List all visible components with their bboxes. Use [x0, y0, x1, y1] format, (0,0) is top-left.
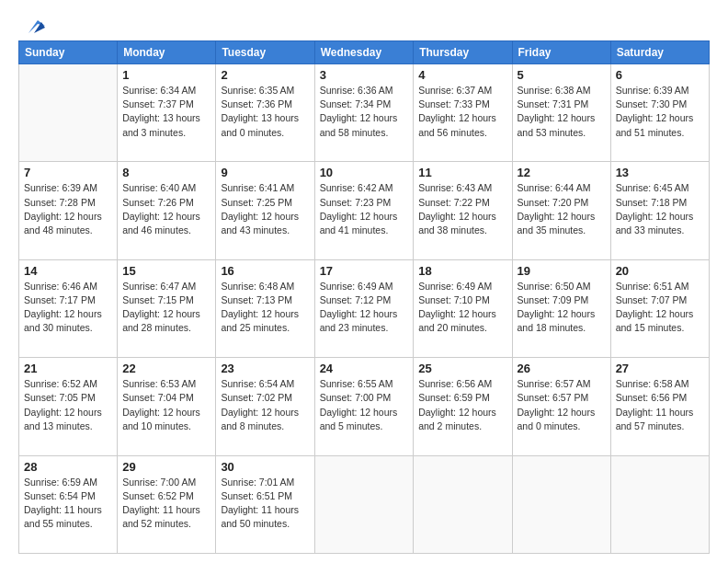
day-cell: 8Sunrise: 6:40 AMSunset: 7:26 PMDaylight… — [118, 162, 216, 259]
day-cell: 24Sunrise: 6:55 AMSunset: 7:00 PMDayligh… — [314, 358, 414, 455]
day-number: 20 — [616, 264, 704, 278]
day-info: Sunrise: 6:54 AMSunset: 7:02 PMDaylight:… — [221, 377, 309, 433]
day-number: 24 — [320, 362, 409, 375]
day-number: 14 — [24, 264, 112, 278]
day-info: Sunrise: 6:47 AMSunset: 7:15 PMDaylight:… — [122, 280, 210, 336]
day-number: 5 — [518, 68, 606, 82]
header-monday: Monday — [118, 41, 216, 64]
day-cell: 7Sunrise: 6:39 AMSunset: 7:28 PMDaylight… — [19, 162, 118, 259]
day-info: Sunrise: 6:49 AMSunset: 7:10 PMDaylight:… — [418, 280, 506, 336]
day-info: Sunrise: 6:51 AMSunset: 7:07 PMDaylight:… — [616, 280, 704, 336]
day-cell: 22Sunrise: 6:53 AMSunset: 7:04 PMDayligh… — [118, 358, 216, 455]
header-thursday: Thursday — [414, 41, 512, 64]
header-friday: Friday — [512, 41, 610, 64]
day-number: 17 — [320, 264, 409, 278]
day-info: Sunrise: 6:42 AMSunset: 7:23 PMDaylight:… — [320, 181, 409, 237]
logo — [18, 17, 45, 33]
day-cell: 16Sunrise: 6:48 AMSunset: 7:13 PMDayligh… — [216, 259, 314, 357]
header-tuesday: Tuesday — [216, 41, 314, 64]
day-number: 1 — [122, 68, 210, 82]
day-number: 25 — [418, 362, 506, 375]
day-number: 10 — [320, 166, 409, 179]
day-cell — [512, 455, 610, 553]
day-cell: 10Sunrise: 6:42 AMSunset: 7:23 PMDayligh… — [314, 162, 414, 259]
day-number: 2 — [221, 68, 309, 82]
day-number: 22 — [122, 362, 210, 375]
header-saturday: Saturday — [610, 41, 709, 64]
day-number: 4 — [418, 68, 506, 82]
day-number: 11 — [418, 166, 506, 179]
day-number: 7 — [24, 166, 112, 179]
day-info: Sunrise: 6:53 AMSunset: 7:04 PMDaylight:… — [122, 377, 210, 433]
day-info: Sunrise: 6:45 AMSunset: 7:18 PMDaylight:… — [616, 181, 704, 237]
day-info: Sunrise: 6:39 AMSunset: 7:28 PMDaylight:… — [24, 181, 112, 237]
day-info: Sunrise: 6:48 AMSunset: 7:13 PMDaylight:… — [221, 280, 309, 336]
day-cell: 4Sunrise: 6:37 AMSunset: 7:33 PMDaylight… — [414, 64, 512, 162]
day-cell: 26Sunrise: 6:57 AMSunset: 6:57 PMDayligh… — [512, 358, 610, 455]
day-cell: 2Sunrise: 6:35 AMSunset: 7:36 PMDaylight… — [216, 64, 314, 162]
day-cell: 14Sunrise: 6:46 AMSunset: 7:17 PMDayligh… — [19, 259, 118, 357]
week-row-3: 14Sunrise: 6:46 AMSunset: 7:17 PMDayligh… — [19, 259, 710, 357]
header-sunday: Sunday — [19, 41, 118, 64]
day-number: 23 — [221, 362, 309, 375]
day-number: 13 — [616, 166, 704, 179]
calendar-table: SundayMondayTuesdayWednesdayThursdayFrid… — [18, 40, 710, 554]
day-cell: 19Sunrise: 6:50 AMSunset: 7:09 PMDayligh… — [512, 259, 610, 357]
header-row: SundayMondayTuesdayWednesdayThursdayFrid… — [19, 41, 710, 64]
day-number: 9 — [221, 166, 309, 179]
day-number: 8 — [122, 166, 210, 179]
day-cell: 21Sunrise: 6:52 AMSunset: 7:05 PMDayligh… — [19, 358, 118, 455]
header-wednesday: Wednesday — [314, 41, 414, 64]
day-cell: 13Sunrise: 6:45 AMSunset: 7:18 PMDayligh… — [610, 162, 709, 259]
day-info: Sunrise: 6:36 AMSunset: 7:34 PMDaylight:… — [320, 84, 409, 140]
day-cell — [314, 455, 414, 553]
day-cell: 30Sunrise: 7:01 AMSunset: 6:51 PMDayligh… — [216, 455, 314, 553]
day-info: Sunrise: 7:00 AMSunset: 6:52 PMDaylight:… — [122, 476, 210, 532]
day-cell — [414, 455, 512, 553]
day-cell — [19, 64, 118, 162]
day-info: Sunrise: 6:40 AMSunset: 7:26 PMDaylight:… — [122, 181, 210, 237]
day-number: 21 — [24, 362, 112, 375]
day-cell: 12Sunrise: 6:44 AMSunset: 7:20 PMDayligh… — [512, 162, 610, 259]
day-info: Sunrise: 6:41 AMSunset: 7:25 PMDaylight:… — [221, 181, 309, 237]
day-cell: 29Sunrise: 7:00 AMSunset: 6:52 PMDayligh… — [118, 455, 216, 553]
header — [18, 17, 710, 33]
day-info: Sunrise: 6:58 AMSunset: 6:56 PMDaylight:… — [616, 377, 704, 433]
day-number: 27 — [616, 362, 704, 375]
week-row-1: 1Sunrise: 6:34 AMSunset: 7:37 PMDaylight… — [19, 64, 710, 162]
day-cell: 28Sunrise: 6:59 AMSunset: 6:54 PMDayligh… — [19, 455, 118, 553]
day-cell: 17Sunrise: 6:49 AMSunset: 7:12 PMDayligh… — [314, 259, 414, 357]
day-number: 3 — [320, 68, 409, 82]
day-number: 12 — [518, 166, 606, 179]
day-number: 26 — [518, 362, 606, 375]
day-info: Sunrise: 7:01 AMSunset: 6:51 PMDaylight:… — [221, 476, 309, 532]
day-info: Sunrise: 6:37 AMSunset: 7:33 PMDaylight:… — [418, 84, 506, 140]
day-info: Sunrise: 6:43 AMSunset: 7:22 PMDaylight:… — [418, 181, 506, 237]
week-row-4: 21Sunrise: 6:52 AMSunset: 7:05 PMDayligh… — [19, 358, 710, 455]
day-number: 30 — [221, 460, 309, 474]
day-info: Sunrise: 6:50 AMSunset: 7:09 PMDaylight:… — [518, 280, 606, 336]
day-number: 15 — [122, 264, 210, 278]
day-cell: 11Sunrise: 6:43 AMSunset: 7:22 PMDayligh… — [414, 162, 512, 259]
day-info: Sunrise: 6:56 AMSunset: 6:59 PMDaylight:… — [418, 377, 506, 433]
day-info: Sunrise: 6:34 AMSunset: 7:37 PMDaylight:… — [122, 84, 210, 140]
day-info: Sunrise: 6:59 AMSunset: 6:54 PMDaylight:… — [24, 476, 112, 532]
day-number: 19 — [518, 264, 606, 278]
day-info: Sunrise: 6:38 AMSunset: 7:31 PMDaylight:… — [518, 84, 606, 140]
day-cell: 6Sunrise: 6:39 AMSunset: 7:30 PMDaylight… — [610, 64, 709, 162]
day-cell: 15Sunrise: 6:47 AMSunset: 7:15 PMDayligh… — [118, 259, 216, 357]
day-number: 16 — [221, 264, 309, 278]
day-info: Sunrise: 6:49 AMSunset: 7:12 PMDaylight:… — [320, 280, 409, 336]
day-number: 29 — [122, 460, 210, 474]
day-cell: 18Sunrise: 6:49 AMSunset: 7:10 PMDayligh… — [414, 259, 512, 357]
day-info: Sunrise: 6:57 AMSunset: 6:57 PMDaylight:… — [518, 377, 606, 433]
week-row-5: 28Sunrise: 6:59 AMSunset: 6:54 PMDayligh… — [19, 455, 710, 553]
day-cell: 27Sunrise: 6:58 AMSunset: 6:56 PMDayligh… — [610, 358, 709, 455]
day-number: 6 — [616, 68, 704, 82]
day-cell: 9Sunrise: 6:41 AMSunset: 7:25 PMDaylight… — [216, 162, 314, 259]
logo-bird-icon — [21, 17, 45, 37]
day-cell: 5Sunrise: 6:38 AMSunset: 7:31 PMDaylight… — [512, 64, 610, 162]
day-cell: 25Sunrise: 6:56 AMSunset: 6:59 PMDayligh… — [414, 358, 512, 455]
week-row-2: 7Sunrise: 6:39 AMSunset: 7:28 PMDaylight… — [19, 162, 710, 259]
day-number: 28 — [24, 460, 112, 474]
